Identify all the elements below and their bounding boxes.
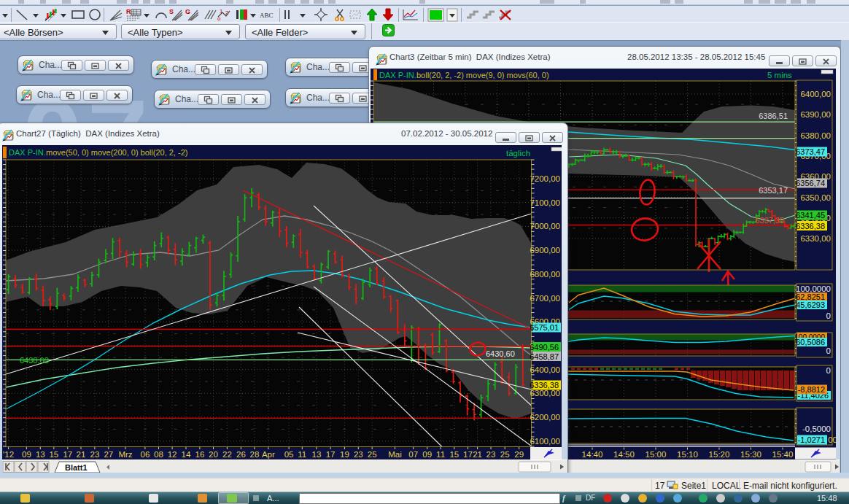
svg-text:6575,01: 6575,01	[530, 323, 559, 332]
svg-text:15: 15	[449, 450, 459, 459]
svg-text:14:40: 14:40	[582, 450, 603, 459]
svg-text:-0,5000: -0,5000	[802, 424, 831, 433]
svg-text:20: 20	[209, 450, 218, 459]
svg-text:15:20: 15:20	[709, 450, 730, 459]
svg-text:45,6293: 45,6293	[796, 301, 825, 309]
svg-text:5 mins: 5 mins	[767, 71, 792, 80]
svg-text:15:30: 15:30	[740, 450, 761, 459]
svg-text:22: 22	[222, 450, 232, 459]
svg-text:21: 21	[473, 450, 482, 459]
svg-text:6390,00: 6390,00	[800, 110, 831, 119]
svg-text:0: 0	[826, 366, 831, 375]
svg-text:6200,00: 6200,00	[530, 413, 560, 422]
svg-text:6336,38: 6336,38	[796, 222, 825, 230]
svg-text:'12: '12	[3, 450, 14, 459]
svg-text:S: S	[169, 8, 174, 15]
svg-text:6430,60: 6430,60	[20, 356, 49, 365]
svg-text:6400,00: 6400,00	[530, 365, 560, 374]
svg-text:0: 0	[826, 311, 831, 320]
svg-text:12: 12	[168, 450, 177, 459]
svg-text:11: 11	[298, 450, 306, 459]
svg-text:6400,00: 6400,00	[800, 90, 831, 98]
svg-text:00: 00	[828, 435, 836, 444]
svg-text:09: 09	[22, 450, 31, 459]
svg-text:6386,51: 6386,51	[759, 112, 788, 120]
svg-text:16: 16	[195, 450, 205, 459]
svg-text:-8,8812: -8,8812	[798, 385, 825, 394]
svg-text:17: 17	[326, 450, 336, 459]
svg-text:6430,60: 6430,60	[486, 349, 515, 358]
svg-text:ABC: ABC	[260, 12, 274, 19]
svg-text:6700,00: 6700,00	[530, 294, 560, 303]
svg-text:28: 28	[250, 450, 260, 459]
svg-text:23: 23	[486, 450, 496, 459]
svg-text:07: 07	[408, 450, 418, 459]
svg-text:15: 15	[49, 450, 58, 459]
svg-text:Mai: Mai	[388, 450, 402, 459]
svg-text:6330,00: 6330,00	[800, 234, 831, 243]
svg-text:11: 11	[436, 450, 445, 459]
svg-text:15:00: 15:00	[646, 450, 667, 459]
svg-text:move(50, 0) move(200, 0) boll(: move(50, 0) move(200, 0) boll(20, 2, -2)	[46, 148, 187, 157]
svg-text:7100,00: 7100,00	[530, 198, 560, 207]
svg-text:29: 29	[514, 450, 524, 459]
svg-text:60,5086: 60,5086	[796, 338, 825, 346]
svg-text:Apr: Apr	[262, 450, 275, 459]
svg-text:23: 23	[90, 450, 100, 459]
svg-text:G: G	[185, 8, 190, 15]
svg-text:6100,00: 6100,00	[530, 437, 560, 446]
svg-text:7000,00: 7000,00	[530, 222, 560, 230]
svg-text:26: 26	[236, 450, 246, 459]
svg-text:6800,00: 6800,00	[530, 270, 560, 279]
svg-text:DAX P-IN.: DAX P-IN.	[379, 71, 416, 80]
svg-text:25: 25	[368, 450, 377, 459]
svg-text:23: 23	[354, 450, 363, 459]
svg-text:6341,45: 6341,45	[796, 211, 825, 220]
svg-text:boll(20, 2, -2) move(9, 0) mov: boll(20, 2, -2) move(9, 0) movs(60, 0)	[416, 71, 549, 80]
svg-text:7200,00: 7200,00	[530, 174, 560, 183]
svg-text:6490,56: 6490,56	[530, 343, 559, 352]
svg-text:15:40: 15:40	[772, 450, 794, 459]
svg-text:DAX P-IN.: DAX P-IN.	[9, 148, 46, 157]
svg-text:13: 13	[36, 450, 45, 459]
svg-text:Mrz: Mrz	[118, 450, 132, 459]
svg-text:14: 14	[182, 450, 191, 459]
svg-text:o: o	[217, 15, 221, 22]
svg-text:6300,00: 6300,00	[530, 389, 560, 398]
svg-text:08: 08	[154, 450, 163, 459]
svg-text:6458,87: 6458,87	[530, 352, 559, 361]
svg-text:17: 17	[63, 450, 72, 459]
svg-text:Blatt1: Blatt1	[65, 463, 88, 472]
svg-text:27: 27	[104, 450, 113, 459]
svg-text:13: 13	[312, 450, 322, 459]
svg-text:6353,17: 6353,17	[759, 186, 788, 195]
svg-text:06: 06	[141, 450, 150, 459]
svg-text:15:10: 15:10	[677, 450, 698, 459]
svg-text:6350,00: 6350,00	[800, 193, 831, 202]
svg-text:6900,00: 6900,00	[530, 246, 560, 255]
svg-text:6373,47: 6373,47	[796, 147, 825, 156]
svg-text:09: 09	[422, 450, 432, 459]
svg-text:25: 25	[500, 450, 510, 459]
svg-text:R: R	[126, 8, 131, 15]
svg-text:6356,74: 6356,74	[796, 179, 825, 187]
svg-text:-1,0271: -1,0271	[798, 435, 825, 444]
svg-text:14:50: 14:50	[613, 450, 635, 459]
svg-text:6380,00: 6380,00	[800, 131, 831, 140]
svg-text:19: 19	[340, 450, 349, 459]
svg-text:6337,35: 6337,35	[755, 216, 784, 225]
svg-text:0: 0	[826, 346, 831, 355]
svg-text:21: 21	[77, 450, 86, 459]
svg-text:täglich: täglich	[506, 149, 530, 158]
svg-text:17: 17	[463, 450, 473, 459]
svg-text:6336,38: 6336,38	[530, 381, 559, 389]
svg-text:05: 05	[284, 450, 294, 459]
